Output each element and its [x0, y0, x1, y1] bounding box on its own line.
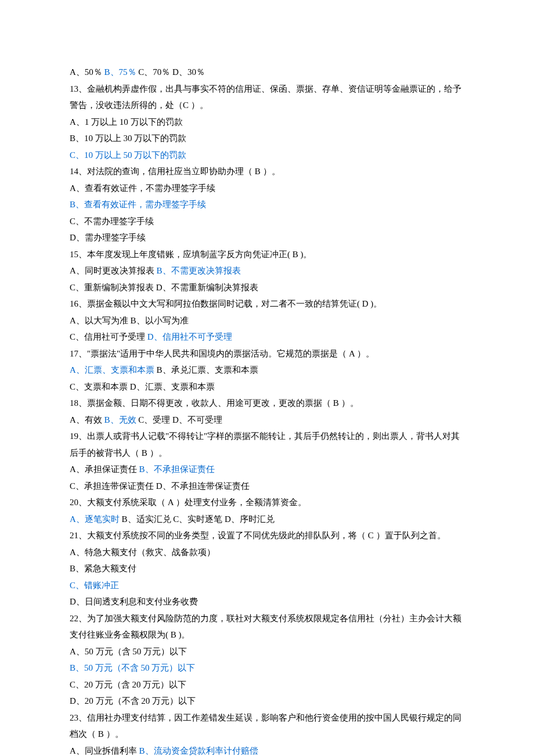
answer-text: B、无效	[104, 415, 136, 424]
question-text: 13、金融机构弄虚作假，出具与事实不符的信用证、保函、票据、存单、资信证明等金融…	[70, 84, 461, 110]
text-line: 17、"票据法"适用于中华人民共和国境内的票据活动。它规范的票据是（ A ）。	[70, 345, 464, 362]
text-line: 23、信用社办理支付结算，因工作差错发生延误，影响客户和他行资金使用的按中国人民…	[70, 710, 464, 743]
question-text: B、适实汇兑 C、实时逐笔 D、序时汇兑	[120, 514, 275, 524]
question-text: C、70％ D、30％	[136, 67, 205, 77]
answer-text: B、不需更改决算报表	[157, 266, 241, 275]
text-line: C、不需办理签字手续	[70, 213, 464, 230]
question-text: D、需办理签字手续	[70, 233, 146, 242]
text-line: A、同业拆借利率 B、流动资金贷款利率计付赔偿	[70, 743, 464, 757]
question-text: C、重新编制决算报表 D、不需重新编制决算报表	[70, 283, 258, 292]
question-text: A、同业拆借利率	[70, 746, 139, 755]
question-text: C、承担连带保证责任 D、不承担连带保证责任	[70, 481, 250, 491]
text-line: D、20 万元（不含 20 万元）以下	[70, 693, 464, 710]
question-text: 17、"票据法"适用于中华人民共和国境内的票据活动。它规范的票据是（ A ）。	[70, 349, 374, 358]
question-text: 22、为了加强大额支付风险防范的力度，联社对大额支付系统权限规定各信用社（分社）…	[70, 614, 461, 640]
question-text: A、查看有效证件，不需办理签字手续	[70, 183, 215, 193]
question-text: C、信用社可予受理	[70, 332, 147, 341]
text-line: C、20 万元（含 20 万元）以下	[70, 676, 464, 693]
text-line: A、有效 B、无效 C、受理 D、不可受理	[70, 412, 464, 429]
text-line: C、承担连带保证责任 D、不承担连带保证责任	[70, 478, 464, 495]
text-line: B、50 万元（不含 50 万元）以下	[70, 660, 464, 676]
question-text: A、承担保证责任	[70, 465, 139, 474]
text-line: A、逐笔实时 B、适实汇兑 C、实时逐笔 D、序时汇兑	[70, 511, 464, 528]
text-line: B、10 万以上 30 万以下的罚款	[70, 130, 464, 147]
question-text: C、受理 D、不可受理	[136, 415, 222, 424]
text-line: A、查看有效证件，不需办理签字手续	[70, 180, 464, 197]
text-line: 15、本年度发现上年度错账，应填制蓝字反方向凭证冲正( B )。	[70, 246, 464, 263]
text-line: 18、票据金额、日期不得更改，收款人、用途可更改，更改的票据（ B ）。	[70, 395, 464, 412]
question-text: 20、大额支付系统采取（ A ）处理支付业务，全额清算资金。	[70, 498, 306, 507]
answer-text: C、错账冲正	[70, 581, 119, 590]
text-line: A、1 万以上 10 万以下的罚款	[70, 114, 464, 131]
question-text: A、1 万以上 10 万以下的罚款	[70, 117, 183, 127]
text-line: C、10 万以上 50 万以下的罚款	[70, 147, 464, 164]
text-line: C、支票和本票 D、汇票、支票和本票	[70, 379, 464, 395]
question-text: B、10 万以上 30 万以下的罚款	[70, 134, 186, 143]
text-line: A、50％ B、75％ C、70％ D、30％	[70, 64, 464, 81]
question-text: C、20 万元（含 20 万元）以下	[70, 680, 186, 689]
question-text: B、紧急大额支付	[70, 564, 136, 573]
text-line: 14、对法院的查询，信用社应当立即协助办理（ B ）。	[70, 163, 464, 180]
answer-text: B、查看有效证件，需办理签字手续	[70, 200, 206, 209]
question-text: 19、出票人或背书人记载"不得转让"字样的票据不能转让，其后手仍然转让的，则出票…	[70, 431, 460, 458]
text-line: A、50 万元（含 50 万元）以下	[70, 643, 464, 660]
text-line: C、重新编制决算报表 D、不需重新编制决算报表	[70, 279, 464, 296]
text-line: D、需办理签字手续	[70, 229, 464, 246]
text-line: 13、金融机构弄虚作假，出具与事实不符的信用证、保函、票据、存单、资信证明等金融…	[70, 81, 464, 114]
answer-text: B、75％	[104, 67, 136, 77]
text-line: 16、票据金额以中文大写和阿拉伯数据同时记载，对二者不一致的结算凭证( D )。	[70, 296, 464, 312]
question-text: 15、本年度发现上年度错账，应填制蓝字反方向凭证冲正( B )。	[70, 250, 312, 259]
answer-text: A、汇票、支票和本票	[70, 365, 154, 375]
text-line: A、以大写为准 B、以小写为准	[70, 312, 464, 329]
answer-text: C、10 万以上 50 万以下的罚款	[70, 150, 186, 160]
document-content: A、50％ B、75％ C、70％ D、30％13、金融机构弄虚作假，出具与事实…	[70, 64, 464, 756]
question-text: D、20 万元（不含 20 万元）以下	[70, 696, 196, 705]
text-line: B、查看有效证件，需办理签字手续	[70, 196, 464, 213]
text-line: A、特急大额支付（救灾、战备款项）	[70, 544, 464, 561]
question-text: 21、大额支付系统按不同的业务类型，设置了不同优先级此的排队队列，将（ C ）置…	[70, 531, 446, 540]
question-text: B、承兑汇票、支票和本票	[154, 365, 258, 375]
question-text: A、50％	[70, 67, 104, 77]
answer-text: D、信用社不可予受理	[147, 332, 232, 341]
text-line: A、汇票、支票和本票 B、承兑汇票、支票和本票	[70, 362, 464, 379]
text-line: C、信用社可予受理 D、信用社不可予受理	[70, 329, 464, 345]
question-text: D、日间透支利息和支付业务收费	[70, 597, 198, 606]
question-text: 16、票据金额以中文大写和阿拉伯数据同时记载，对二者不一致的结算凭证( D )。	[70, 299, 382, 308]
question-text: A、同时更改决算报表	[70, 266, 157, 275]
text-line: A、承担保证责任 B、不承担保证责任	[70, 461, 464, 478]
question-text: A、50 万元（含 50 万元）以下	[70, 647, 187, 656]
question-text: A、以大写为准 B、以小写为准	[70, 316, 189, 325]
question-text: A、有效	[70, 415, 104, 424]
text-line: 22、为了加强大额支付风险防范的力度，联社对大额支付系统权限规定各信用社（分社）…	[70, 610, 464, 643]
question-text: 14、对法院的查询，信用社应当立即协助办理（ B ）。	[70, 167, 280, 176]
answer-text: A、逐笔实时	[70, 514, 120, 524]
text-line: C、错账冲正	[70, 577, 464, 594]
text-line: 19、出票人或背书人记载"不得转让"字样的票据不能转让，其后手仍然转让的，则出票…	[70, 428, 464, 461]
text-line: A、同时更改决算报表 B、不需更改决算报表	[70, 262, 464, 279]
question-text: 23、信用社办理支付结算，因工作差错发生延误，影响客户和他行资金使用的按中国人民…	[70, 713, 461, 739]
answer-text: B、50 万元（不含 50 万元）以下	[70, 663, 195, 672]
text-line: B、紧急大额支付	[70, 560, 464, 577]
text-line: D、日间透支利息和支付业务收费	[70, 593, 464, 610]
answer-text: B、流动资金贷款利率计付赔偿	[139, 746, 258, 755]
question-text: 18、票据金额、日期不得更改，收款人、用途可更改，更改的票据（ B ）。	[70, 398, 359, 408]
answer-text: B、不承担保证责任	[139, 465, 215, 474]
text-line: 21、大额支付系统按不同的业务类型，设置了不同优先级此的排队队列，将（ C ）置…	[70, 527, 464, 544]
question-text: C、支票和本票 D、汇票、支票和本票	[70, 382, 215, 391]
question-text: C、不需办理签字手续	[70, 217, 154, 226]
question-text: A、特急大额支付（救灾、战备款项）	[70, 548, 215, 557]
text-line: 20、大额支付系统采取（ A ）处理支付业务，全额清算资金。	[70, 494, 464, 511]
